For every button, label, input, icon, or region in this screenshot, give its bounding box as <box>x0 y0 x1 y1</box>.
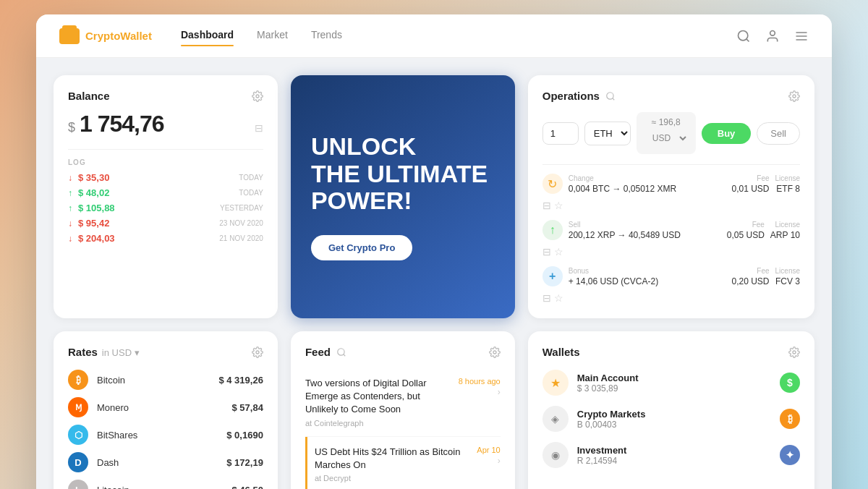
nav-link-trends[interactable]: Trends <box>311 29 342 43</box>
log-arrow-up-2: ↑ <box>68 188 72 198</box>
wallet-markets-info: Crypto Markets B 0,00403 <box>577 409 771 430</box>
balance-amount: $ 1 754,76 ⊟ <box>68 111 263 137</box>
copy-icon-2[interactable]: ⊟ <box>542 246 551 258</box>
ops-license-label-3: License <box>775 267 800 275</box>
nav-link-market[interactable]: Market <box>257 29 288 43</box>
star-icon-3[interactable]: ☆ <box>554 292 563 304</box>
rates-settings-icon[interactable] <box>252 346 263 358</box>
wallet-item-investment[interactable]: ◉ Investment R 2,14594 ✦ <box>542 442 800 468</box>
nav-link-dashboard[interactable]: Dashboard <box>181 29 234 43</box>
sell-button[interactable]: Sell <box>757 122 800 145</box>
log-item-2: ↑ $ 48,02 TODAY <box>68 187 263 198</box>
bitshares-icon: ⬡ <box>68 425 88 445</box>
wallet-main-balance: $ 3 035,89 <box>577 383 771 394</box>
ops-to-currency-select[interactable]: USD EUR <box>644 127 689 149</box>
search-icon[interactable] <box>736 29 751 43</box>
log-date-2: TODAY <box>239 189 263 197</box>
ops-detail-sell: Sell 200,12 XRP → 40,5489 USD <box>569 221 721 240</box>
rate-item-litecoin: Ł Litecoin $ 46,50 <box>68 480 263 489</box>
user-icon[interactable] <box>765 29 780 43</box>
litecoin-icon: Ł <box>68 480 88 489</box>
feed-settings-icon[interactable] <box>489 346 501 358</box>
dash-icon: D <box>68 452 88 472</box>
wallet-markets-icon: ◈ <box>542 406 569 432</box>
ops-amount-input[interactable] <box>542 122 579 145</box>
ops-search-icon[interactable] <box>605 91 616 101</box>
log-date-3: YESTERDAY <box>220 204 263 212</box>
nav-links: Dashboard Market Trends <box>181 29 736 43</box>
wallet-item-markets[interactable]: ◈ Crypto Markets B 0,00403 ₿ <box>542 406 800 432</box>
ops-fee-value-1: 0,01 USD <box>732 184 770 194</box>
rate-value-dash: $ 172,19 <box>226 457 263 468</box>
wallet-markets-name: Crypto Markets <box>577 409 771 420</box>
ops-detail-bonus: Bonus + 14,06 USD (CVCA-2) <box>569 267 726 286</box>
balance-card-header: Balance <box>68 90 263 102</box>
nav-actions <box>736 29 809 43</box>
wallets-settings-icon[interactable] <box>788 346 800 358</box>
rates-title-main: Rates <box>68 346 98 358</box>
rate-name-dash: Dash <box>97 457 218 468</box>
star-icon-1[interactable]: ☆ <box>554 200 563 211</box>
ops-header: Operations <box>542 90 800 102</box>
ops-type-label-1: Change <box>569 174 726 182</box>
ops-license-value-2: ARP 10 <box>770 230 800 240</box>
ops-actions-1: ⊟ ☆ <box>542 200 563 211</box>
wallet-main-info: Main Account $ 3 035,89 <box>577 373 771 394</box>
ops-list: ↻ Change 0,004 BTC → 0,05012 XMR Fee 0,0… <box>542 164 800 304</box>
ops-actions-3: ⊟ ☆ <box>542 292 563 304</box>
rate-item-bitcoin: ₿ Bitcoin $ 4 319,26 <box>68 370 263 390</box>
svg-line-1 <box>746 38 749 41</box>
copy-icon[interactable]: ⊟ <box>255 122 263 134</box>
rate-name-bitcoin: Bitcoin <box>97 375 210 386</box>
svg-line-12 <box>344 354 346 356</box>
promo-card: UNLOCK THE ULTIMATE POWER! Get Crypto Pr… <box>291 75 515 318</box>
copy-icon-3[interactable]: ⊟ <box>542 292 551 304</box>
star-icon-2[interactable]: ☆ <box>554 246 563 258</box>
feed-search-icon[interactable] <box>336 347 346 357</box>
ops-detail-change: Change 0,004 BTC → 0,05012 XMR <box>569 174 726 194</box>
copy-icon-1[interactable]: ⊟ <box>542 200 551 211</box>
feed-item-2[interactable]: US Debt Hits $24 Trillion as Bitcoin Mar… <box>305 437 501 489</box>
rate-name-litecoin: Litecoin <box>97 485 224 490</box>
wallet-main-name: Main Account <box>577 373 771 383</box>
wallet-investment-balance: R 2,14594 <box>577 456 771 466</box>
ops-type-label-3: Bonus <box>569 267 726 275</box>
ops-actions-2: ⊟ ☆ <box>542 246 563 258</box>
get-crypto-pro-button[interactable]: Get Crypto Pro <box>311 235 412 260</box>
ops-fee-value-3: 0,20 USD <box>732 276 770 286</box>
svg-point-11 <box>338 348 344 354</box>
feed-item-2-source: at Decrypt <box>315 474 471 482</box>
rates-header: Rates in USD ▾ <box>68 346 263 358</box>
ops-settings-icon[interactable] <box>788 90 800 102</box>
wallet-item-main[interactable]: ★ Main Account $ 3 035,89 $ <box>542 370 800 396</box>
promo-title-line2: THE ULTIMATE <box>311 160 488 187</box>
feed-card: Feed Two versions of Digital Dollar Emer… <box>291 331 515 489</box>
svg-point-6 <box>256 95 259 98</box>
navbar: CryptoWallet Dashboard Market Trends <box>36 14 832 58</box>
ops-fee-1: Fee 0,01 USD <box>732 174 770 194</box>
ops-from-currency-select[interactable]: ETH BTC <box>584 122 631 145</box>
rate-item-bitshares: ⬡ BitShares $ 0,1690 <box>68 425 263 445</box>
menu-icon[interactable] <box>794 29 809 43</box>
log-arrow-down-4: ↓ <box>68 218 72 229</box>
ops-icon-change: ↻ <box>542 174 563 194</box>
ops-fee-label-2: Fee <box>727 221 765 229</box>
rate-value-monero: $ 57,84 <box>232 402 263 413</box>
log-amount-5: $ 204,03 <box>78 233 115 244</box>
chevron-down-icon[interactable]: ▾ <box>135 347 140 358</box>
log-item-5: ↓ $ 204,03 21 NOV 2020 <box>68 233 263 244</box>
nav-logo[interactable]: CryptoWallet <box>59 28 152 44</box>
buy-button[interactable]: Buy <box>702 123 752 144</box>
rate-value-litecoin: $ 46,50 <box>232 485 263 490</box>
log-item-4: ↓ $ 95,42 23 NOV 2020 <box>68 218 263 229</box>
wallet-markets-currency-icon: ₿ <box>780 409 800 429</box>
feed-item-1[interactable]: Two versions of Digital Dollar Emerge as… <box>305 368 501 437</box>
log-section: LOG ↓ $ 35,30 TODAY ↑ $ 48,02 TODAY ↑ $ … <box>68 149 263 244</box>
log-amount-3: $ 105,88 <box>78 203 115 213</box>
app-container: CryptoWallet Dashboard Market Trends Bal… <box>36 14 832 489</box>
balance-settings-icon[interactable] <box>252 90 263 102</box>
bitcoin-icon: ₿ <box>68 370 88 390</box>
log-item-3: ↑ $ 105,88 YESTERDAY <box>68 203 263 213</box>
rate-value-bitshares: $ 0,1690 <box>226 430 263 441</box>
ops-license-value-1: ETF 8 <box>775 184 800 194</box>
